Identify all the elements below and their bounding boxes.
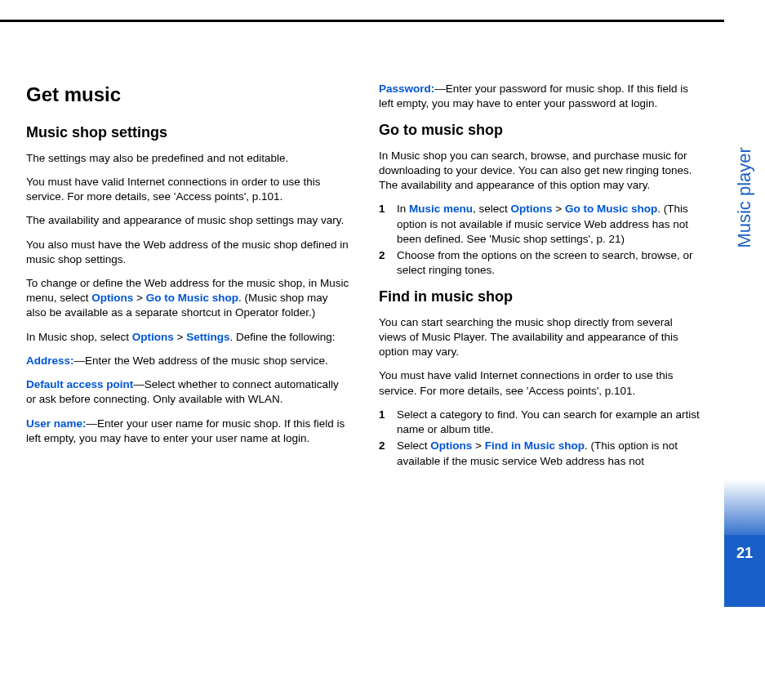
- step-number: 1: [379, 202, 397, 247]
- link-settings: Settings: [186, 331, 229, 343]
- step-item: 2 Select Options > Find in Music shop. (…: [379, 439, 702, 468]
- link-options: Options: [91, 292, 133, 304]
- link-go-to-music-shop: Go to Music shop: [565, 203, 657, 215]
- step-text: Choose from the options on the screen to…: [397, 248, 702, 278]
- heading-music-shop-settings: Music shop settings: [26, 123, 349, 142]
- para: In Music shop, select Options > Settings…: [26, 330, 349, 345]
- text: Select: [397, 439, 430, 452]
- para: The availability and appearance of music…: [26, 213, 349, 228]
- section-label: Music player: [732, 147, 757, 247]
- page-content: Get music Music shop settings The settin…: [26, 82, 702, 478]
- field-label-address: Address:: [26, 354, 74, 367]
- para: You can start searching the music shop d…: [379, 315, 702, 360]
- step-number: 2: [379, 248, 397, 278]
- text: >: [472, 439, 484, 452]
- link-options: Options: [132, 331, 174, 343]
- field-label-default-access-point: Default access point: [26, 378, 133, 390]
- para: You also must have the Web address of th…: [26, 238, 349, 267]
- para-default-access-point: Default access point—Select whether to c…: [26, 377, 349, 407]
- top-border: [0, 20, 724, 22]
- link-find-in-music-shop: Find in Music shop: [485, 439, 585, 452]
- link-music-menu: Music menu: [409, 203, 473, 215]
- para: You must have valid Internet connections…: [26, 175, 349, 204]
- step-item: 1 In Music menu, select Options > Go to …: [379, 202, 702, 247]
- text: , select: [473, 203, 511, 215]
- step-item: 1 Select a category to find. You can sea…: [379, 408, 702, 437]
- para-password: Password:—Enter your password for music …: [379, 82, 702, 111]
- step-item: 2 Choose from the options on the screen …: [379, 248, 702, 278]
- para: You must have valid Internet connections…: [379, 368, 702, 398]
- step-number: 2: [379, 439, 397, 468]
- text: >: [174, 331, 186, 343]
- step-text: In Music menu, select Options > Go to Mu…: [397, 202, 702, 247]
- text: —Enter the Web address of the music shop…: [74, 354, 328, 367]
- text: . Define the following:: [229, 331, 335, 343]
- step-number: 1: [379, 408, 397, 437]
- heading-get-music: Get music: [26, 82, 349, 108]
- text: >: [553, 203, 565, 215]
- step-text: Select a category to find. You can searc…: [397, 408, 702, 437]
- link-options: Options: [430, 439, 472, 452]
- heading-find-in-music-shop: Find in music shop: [379, 287, 702, 306]
- field-label-password: Password:: [379, 82, 434, 95]
- left-column: Get music Music shop settings The settin…: [26, 82, 349, 478]
- para-address: Address:—Enter the Web address of the mu…: [26, 354, 349, 368]
- text: In Music shop, select: [26, 331, 132, 343]
- field-label-user-name: User name:: [26, 417, 87, 430]
- heading-go-to-music-shop: Go to music shop: [379, 120, 702, 140]
- page-number: 21: [736, 543, 753, 563]
- para-user-name: User name:—Enter your user name for musi…: [26, 417, 349, 446]
- text: >: [133, 292, 145, 304]
- page-number-box: 21: [724, 535, 765, 607]
- link-options: Options: [511, 203, 553, 215]
- text: In: [397, 203, 409, 215]
- step-list: 1 Select a category to find. You can sea…: [379, 408, 702, 469]
- para: The settings may also be predefined and …: [26, 151, 349, 166]
- side-gradient: [724, 479, 765, 543]
- link-go-to-music-shop: Go to Music shop: [146, 292, 238, 304]
- para: In Music shop you can search, browse, an…: [379, 149, 702, 194]
- para: To change or define the Web address for …: [26, 276, 349, 321]
- step-list: 1 In Music menu, select Options > Go to …: [379, 202, 702, 278]
- right-column: Password:—Enter your password for music …: [379, 82, 702, 478]
- side-tab: Music player 21: [724, 22, 765, 543]
- step-text: Select Options > Find in Music shop. (Th…: [397, 439, 702, 468]
